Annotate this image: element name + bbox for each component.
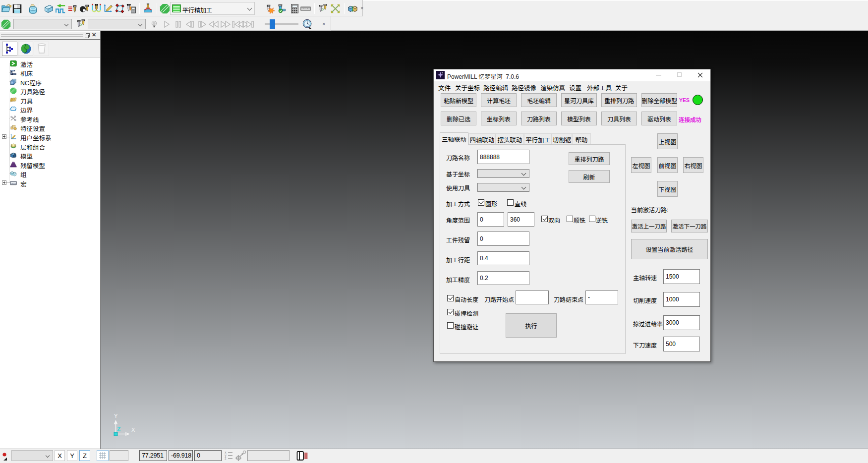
svg-text:z: z xyxy=(225,457,227,461)
svg-text:Z: Z xyxy=(117,426,120,433)
svg-text:Y: Y xyxy=(114,413,118,419)
svg-text:X: X xyxy=(131,427,135,433)
